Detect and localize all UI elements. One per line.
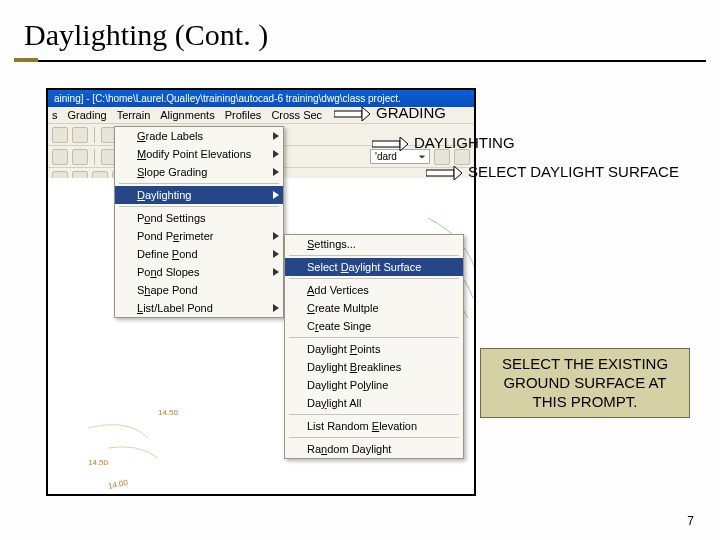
submenu-arrow-icon xyxy=(273,148,279,160)
toolbar-separator xyxy=(94,127,95,143)
submenu-item-daylight-points[interactable]: Daylight Points xyxy=(285,340,463,358)
submenu-arrow-icon xyxy=(273,302,279,314)
menu-alignments[interactable]: Alignments xyxy=(160,109,214,121)
toolbar-icon[interactable] xyxy=(52,149,68,165)
menu-item-define-pond[interactable]: Define Pond xyxy=(115,245,283,263)
svg-rect-3 xyxy=(426,170,454,176)
submenu-item-settings[interactable]: Settings... xyxy=(285,235,463,253)
menu-item-pond-settings[interactable]: Pond Settings xyxy=(115,209,283,227)
submenu-item-create-single[interactable]: Create Singe xyxy=(285,317,463,335)
callout-arrow-select-surface xyxy=(426,166,462,180)
chevron-down-icon xyxy=(417,152,427,162)
submenu-item-add-vertices[interactable]: Add Vertices xyxy=(285,281,463,299)
layer-dropdown[interactable]: 'dard xyxy=(370,149,430,164)
submenu-item-daylight-all[interactable]: Daylight All xyxy=(285,394,463,412)
menu-item-shape-pond[interactable]: Shape Pond xyxy=(115,281,283,299)
submenu-item-select-daylight-surface[interactable]: Select Daylight Surface xyxy=(285,258,463,276)
menu-separator xyxy=(289,414,459,415)
title-accent xyxy=(14,58,38,62)
menu-item-grade-labels[interactable]: Grade Labels xyxy=(115,127,283,145)
toolbar-icon[interactable] xyxy=(72,127,88,143)
submenu-arrow-icon xyxy=(273,230,279,242)
menu-separator xyxy=(289,437,459,438)
menu-item-daylighting[interactable]: Daylighting xyxy=(115,186,283,204)
submenu-arrow-icon xyxy=(273,130,279,142)
submenu-item-daylight-breaklines[interactable]: Daylight Breaklines xyxy=(285,358,463,376)
callout-arrow-grading xyxy=(334,107,370,121)
callout-label-select-surface: SELECT DAYLIGHT SURFACE xyxy=(468,163,679,180)
submenu-arrow-icon xyxy=(273,248,279,260)
slide-title: Daylighting (Cont. ) xyxy=(0,0,720,60)
menu-item-slope-grading[interactable]: Slope Grading xyxy=(115,163,283,181)
layer-dropdown-value: 'dard xyxy=(375,151,397,162)
grading-menu: Grade Labels Modify Point Elevations Slo… xyxy=(114,126,284,318)
callout-label-daylighting: DAYLIGHTING xyxy=(414,134,515,151)
title-underline xyxy=(14,60,706,62)
contour-label: 14.50 xyxy=(88,458,108,467)
submenu-item-list-random-elevation[interactable]: List Random Elevation xyxy=(285,417,463,435)
callout-label-grading: GRADING xyxy=(376,104,446,121)
instruction-box: SELECT THE EXISTING GROUND SURFACE AT TH… xyxy=(480,348,690,418)
callout-arrow-daylighting xyxy=(372,137,408,151)
daylighting-submenu: Settings... Select Daylight Surface Add … xyxy=(284,234,464,459)
toolbar-separator xyxy=(94,149,95,165)
app-screenshot: aining] - [C:\home\Laurel.Qualley\traini… xyxy=(46,88,476,496)
menu-cross-sections[interactable]: Cross Sec xyxy=(271,109,322,121)
menu-separator xyxy=(289,337,459,338)
submenu-item-random-daylight[interactable]: Random Daylight xyxy=(285,440,463,458)
menu-item-pond-perimeter[interactable]: Pond Perimeter xyxy=(115,227,283,245)
menu-grading[interactable]: Grading xyxy=(68,109,107,121)
submenu-arrow-icon xyxy=(273,166,279,178)
submenu-item-create-multiple[interactable]: Create Multple xyxy=(285,299,463,317)
submenu-arrow-icon xyxy=(273,189,279,201)
submenu-item-daylight-polyline[interactable]: Daylight Polyline xyxy=(285,376,463,394)
svg-rect-1 xyxy=(334,111,362,117)
menu-item-modify-point-elevations[interactable]: Modify Point Elevations xyxy=(115,145,283,163)
page-number: 7 xyxy=(687,514,694,528)
toolbar-icon[interactable] xyxy=(52,127,68,143)
submenu-arrow-icon xyxy=(273,266,279,278)
menu-item-pond-slopes[interactable]: Pond Slopes xyxy=(115,263,283,281)
menu-separator xyxy=(119,183,279,184)
menu-terrain[interactable]: Terrain xyxy=(117,109,151,121)
menu-item-list-label-pond[interactable]: List/Label Pond xyxy=(115,299,283,317)
menu-s[interactable]: s xyxy=(52,109,58,121)
menu-separator xyxy=(289,278,459,279)
contour-label: 14.50 xyxy=(158,408,178,417)
menu-profiles[interactable]: Profiles xyxy=(225,109,262,121)
menu-separator xyxy=(289,255,459,256)
svg-rect-2 xyxy=(372,141,400,147)
menu-separator xyxy=(119,206,279,207)
toolbar-icon[interactable] xyxy=(72,149,88,165)
